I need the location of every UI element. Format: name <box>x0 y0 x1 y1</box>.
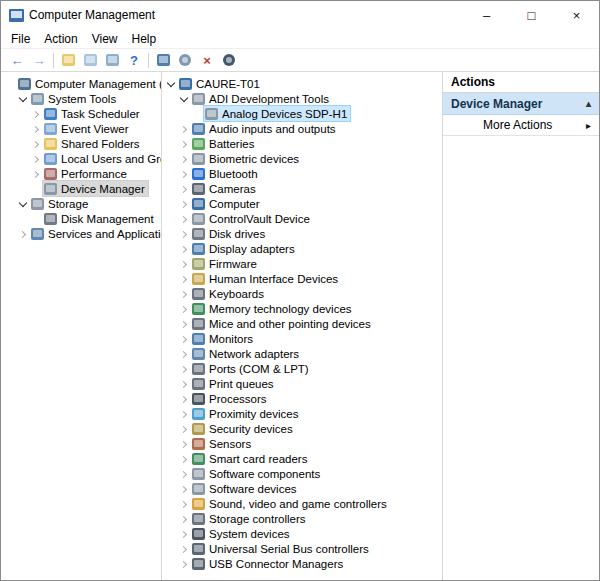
chevron-expanded-icon[interactable] <box>18 199 28 209</box>
maximize-button[interactable]: □ <box>509 1 554 29</box>
chevron-collapsed-icon[interactable] <box>179 289 189 299</box>
tree-item[interactable]: Analog Devices SDP-H1 <box>204 106 350 121</box>
tree-item[interactable]: Software components <box>191 466 323 481</box>
show-console-tree-icon[interactable] <box>57 50 79 70</box>
tree-item[interactable]: CAURE-T01 <box>178 76 263 91</box>
tree-row[interactable]: Display adapters <box>162 241 442 256</box>
chevron-collapsed-icon[interactable] <box>179 334 189 344</box>
tree-row[interactable]: Sensors <box>162 436 442 451</box>
tree-item[interactable]: Computer <box>191 196 263 211</box>
forward-icon[interactable]: → <box>28 50 50 70</box>
tree-row[interactable]: Sound, video and game controllers <box>162 496 442 511</box>
chevron-collapsed-icon[interactable] <box>179 304 189 314</box>
tree-item[interactable]: ADI Development Tools <box>191 91 332 106</box>
chevron-collapsed-icon[interactable] <box>179 529 189 539</box>
tree-row[interactable]: Mice and other pointing devices <box>162 316 442 331</box>
tree-item[interactable]: Keyboards <box>191 286 267 301</box>
tree-item[interactable]: Processors <box>191 391 270 406</box>
tree-row[interactable]: Task Scheduler <box>1 106 161 121</box>
chevron-collapsed-icon[interactable] <box>18 229 28 239</box>
chevron-collapsed-icon[interactable] <box>31 124 41 134</box>
chevron-collapsed-icon[interactable] <box>179 214 189 224</box>
actions-section-device-manager[interactable]: Device Manager ▴ <box>443 93 599 115</box>
chevron-collapsed-icon[interactable] <box>179 484 189 494</box>
tree-row[interactable]: Batteries <box>162 136 442 151</box>
tree-row[interactable]: Processors <box>162 391 442 406</box>
close-button[interactable]: × <box>554 1 599 29</box>
chevron-expanded-icon[interactable] <box>166 79 176 89</box>
tree-row[interactable]: CAURE-T01 <box>162 76 442 91</box>
chevron-collapsed-icon[interactable] <box>179 439 189 449</box>
tree-item[interactable]: Sensors <box>191 436 254 451</box>
tree-row[interactable]: Ports (COM & LPT) <box>162 361 442 376</box>
tree-item[interactable]: Local Users and Groups <box>43 151 162 166</box>
tree-row[interactable]: Storage controllers <box>162 511 442 526</box>
chevron-collapsed-icon[interactable] <box>179 349 189 359</box>
chevron-collapsed-icon[interactable] <box>179 154 189 164</box>
tree-row[interactable]: Biometric devices <box>162 151 442 166</box>
tree-row[interactable]: Smart card readers <box>162 451 442 466</box>
tree-item[interactable]: Disk drives <box>191 226 268 241</box>
tree-item[interactable]: System Tools <box>30 91 119 106</box>
chevron-collapsed-icon[interactable] <box>179 454 189 464</box>
chevron-collapsed-icon[interactable] <box>179 409 189 419</box>
tree-item[interactable]: Proximity devices <box>191 406 301 421</box>
chevron-collapsed-icon[interactable] <box>179 559 189 569</box>
chevron-expanded-icon[interactable] <box>18 94 28 104</box>
tree-row[interactable]: Software devices <box>162 481 442 496</box>
tree-item[interactable]: Storage <box>30 196 91 211</box>
minimize-button[interactable]: – <box>464 1 509 29</box>
chevron-collapsed-icon[interactable] <box>179 544 189 554</box>
tree-row[interactable]: Human Interface Devices <box>162 271 442 286</box>
tree-item[interactable]: Shared Folders <box>43 136 143 151</box>
tree-row[interactable]: System Tools <box>1 91 161 106</box>
tree-row[interactable]: ADI Development Tools <box>162 91 442 106</box>
tree-item[interactable]: Storage controllers <box>191 511 309 526</box>
chevron-collapsed-icon[interactable] <box>179 199 189 209</box>
tree-item[interactable]: Memory technology devices <box>191 301 355 316</box>
tree-row[interactable]: Computer Management (Local) <box>1 76 161 91</box>
chevron-collapsed-icon[interactable] <box>179 424 189 434</box>
tree-item[interactable]: Ports (COM & LPT) <box>191 361 312 376</box>
tree-item[interactable]: Software devices <box>191 481 300 496</box>
back-icon[interactable]: ← <box>6 50 28 70</box>
tree-item[interactable]: Services and Applications <box>30 226 162 241</box>
tree-item[interactable]: Human Interface Devices <box>191 271 341 286</box>
tree-row[interactable]: Device Manager <box>1 181 161 196</box>
tree-row[interactable]: Storage <box>1 196 161 211</box>
tree-item[interactable]: Network adapters <box>191 346 302 361</box>
tree-item[interactable]: Smart card readers <box>191 451 310 466</box>
tree-row[interactable]: Disk Management <box>1 211 161 226</box>
device-manager-view-icon[interactable] <box>152 50 174 70</box>
tree-row[interactable]: Local Users and Groups <box>1 151 161 166</box>
menu-action[interactable]: Action <box>37 29 84 48</box>
collapse-section-icon[interactable]: ▴ <box>586 98 591 109</box>
tree-row[interactable]: Audio inputs and outputs <box>162 121 442 136</box>
tree-row[interactable]: Disk drives <box>162 226 442 241</box>
tree-item[interactable]: Biometric devices <box>191 151 302 166</box>
chevron-expanded-icon[interactable] <box>179 94 189 104</box>
tree-row[interactable]: Shared Folders <box>1 136 161 151</box>
tree-item[interactable]: Audio inputs and outputs <box>191 121 339 136</box>
tree-item[interactable]: ControlVault Device <box>191 211 313 226</box>
chevron-collapsed-icon[interactable] <box>179 229 189 239</box>
chevron-collapsed-icon[interactable] <box>179 139 189 149</box>
properties-icon[interactable] <box>101 50 123 70</box>
tree-item[interactable]: Universal Serial Bus controllers <box>191 541 372 556</box>
tree-row[interactable]: Performance <box>1 166 161 181</box>
scan-hardware-changes-icon[interactable] <box>218 50 240 70</box>
export-list-icon[interactable] <box>79 50 101 70</box>
tree-item[interactable]: Cameras <box>191 181 259 196</box>
tree-item[interactable]: Firmware <box>191 256 260 271</box>
chevron-collapsed-icon[interactable] <box>31 169 41 179</box>
chevron-collapsed-icon[interactable] <box>179 379 189 389</box>
more-actions-item[interactable]: More Actions ▸ <box>443 115 599 136</box>
tree-row[interactable]: Proximity devices <box>162 406 442 421</box>
tree-item[interactable]: System devices <box>191 526 293 541</box>
chevron-collapsed-icon[interactable] <box>179 514 189 524</box>
menu-help[interactable]: Help <box>125 29 164 48</box>
chevron-collapsed-icon[interactable] <box>31 154 41 164</box>
tree-row[interactable]: Software components <box>162 466 442 481</box>
chevron-collapsed-icon[interactable] <box>179 469 189 479</box>
tree-row[interactable]: Bluetooth <box>162 166 442 181</box>
